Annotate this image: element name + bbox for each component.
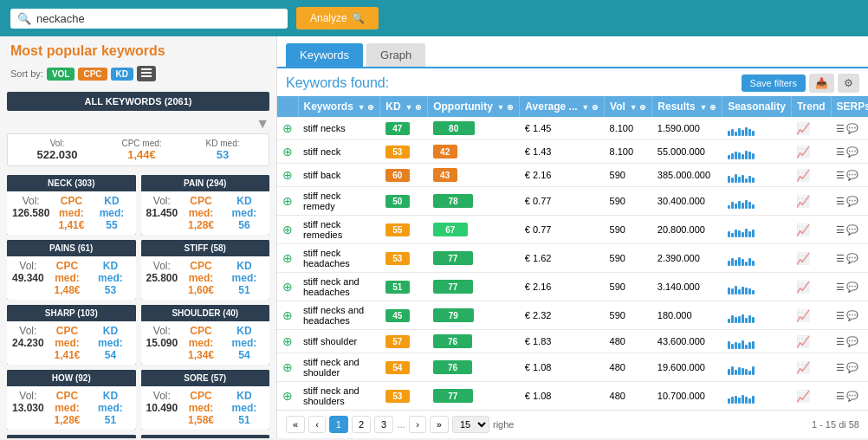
sort-label: Sort by: [10,68,43,79]
col-kd[interactable]: KD ▼ ⊕ [380,96,428,117]
add-keyword-button[interactable]: ⊕ [282,389,293,403]
col-results[interactable]: Results ▼ ⊕ [652,96,722,117]
serp-chart-icon[interactable]: 💬 [846,281,858,293]
col-average[interactable]: Average ... ▼ ⊕ [520,96,605,117]
serp-chart-icon[interactable]: 💬 [846,146,858,158]
all-keywords-bar[interactable]: ALL KEYWORDS (2061) [7,92,269,111]
add-keyword-button[interactable]: ⊕ [282,251,293,265]
add-cell[interactable]: ⊕ [277,301,298,330]
trend-cell[interactable]: 📈 [791,187,831,216]
save-filters-button[interactable]: Save filters [742,74,806,92]
category-box[interactable]: SHOULDER (40) Vol:15.090 CPC med:1,34€ K… [141,305,270,365]
trend-cell[interactable]: 📈 [791,301,831,330]
col-opportunity[interactable]: Opportunity ▼ ⊕ [428,96,520,117]
serp-list-icon[interactable]: ☰ [836,336,845,347]
trend-cell[interactable]: 📈 [791,382,831,411]
serp-list-icon[interactable]: ☰ [836,123,845,134]
serp-list-icon[interactable]: ☰ [836,170,845,181]
add-cell[interactable]: ⊕ [277,330,298,353]
serp-list-icon[interactable]: ☰ [836,253,845,264]
category-box[interactable]: PAIN (294) Vol:81.450 CPC med:1,28€ KD m… [141,175,270,235]
search-input[interactable] [36,12,281,25]
tab-keywords[interactable]: Keywords [286,43,363,67]
serp-list-icon[interactable]: ☰ [836,196,845,207]
add-cell[interactable]: ⊕ [277,187,298,216]
add-cell[interactable]: ⊕ [277,216,298,244]
vol-cell: 590 [605,216,652,244]
page-3-button[interactable]: 3 [374,416,393,433]
serp-chart-icon[interactable]: 💬 [846,391,858,402]
trend-cell[interactable]: 📈 [791,117,831,140]
serp-chart-icon[interactable]: 💬 [846,362,858,373]
serp-list-icon[interactable]: ☰ [836,310,845,321]
serp-chart-icon[interactable]: 💬 [846,336,858,347]
category-box[interactable]: TORTICOLLIS (4) Vol:8.760 CPC med:0,55€ … [141,435,270,438]
serp-chart-icon[interactable]: 💬 [846,310,858,321]
add-cell[interactable]: ⊕ [277,382,298,411]
sort-vol-button[interactable]: VOL [47,68,75,81]
add-keyword-button[interactable]: ⊕ [282,168,293,182]
first-page-button[interactable]: « [286,416,305,433]
add-cell[interactable]: ⊕ [277,273,298,301]
trend-cell[interactable]: 📈 [791,244,831,273]
next-page-button[interactable]: › [409,416,426,433]
add-keyword-button[interactable]: ⊕ [282,308,293,322]
vol-cell: 480 [605,382,652,411]
last-page-button[interactable]: » [430,416,449,433]
per-page-select[interactable]: 15 25 50 [452,416,489,433]
serp-list-icon[interactable]: ☰ [836,146,845,158]
keywords-found-title: Keywords found: [286,75,389,91]
serp-list-icon[interactable]: ☰ [836,281,845,293]
category-box[interactable]: SORE (57) Vol:10.490 CPC med:1,58€ KD me… [141,370,270,430]
serp-list-icon[interactable]: ☰ [836,391,845,402]
serp-chart-icon[interactable]: 💬 [846,170,858,181]
category-box[interactable]: STIFF (58) Vol:25.800 CPC med:1,60€ KD m… [141,240,270,300]
category-box[interactable]: HOW (92) Vol:13.030 CPC med:1,28€ KD med… [7,370,136,430]
list-view-button[interactable] [137,66,156,81]
col-seasonality[interactable]: Seasonality [722,96,792,117]
add-keyword-button[interactable]: ⊕ [282,334,293,348]
add-cell[interactable]: ⊕ [277,244,298,273]
add-keyword-button[interactable]: ⊕ [282,280,293,294]
category-box[interactable]: SHARP (103) Vol:24.230 CPC med:1,41€ KD … [7,305,136,365]
add-cell[interactable]: ⊕ [277,164,298,187]
settings-icon-button[interactable]: ⚙ [838,74,859,93]
trend-cell[interactable]: 📈 [791,330,831,353]
add-keyword-button[interactable]: ⊕ [282,360,293,374]
col-trend[interactable]: Trend [791,96,831,117]
trend-cell[interactable]: 📈 [791,216,831,244]
page-2-button[interactable]: 2 [352,416,371,433]
category-box[interactable]: NECK (303) Vol:126.580 CPC med:1,41€ KD … [7,175,136,235]
export-icon-button[interactable]: 📥 [809,74,834,93]
sort-kd-button[interactable]: KD [111,68,133,81]
trend-cell[interactable]: 📈 [791,353,831,382]
serp-list-icon[interactable]: ☰ [836,362,845,373]
average-cell: € 2.16 [520,164,605,187]
serp-list-icon[interactable]: ☰ [836,224,845,236]
analyze-button[interactable]: Analyze 🔍 [296,7,379,29]
add-cell[interactable]: ⊕ [277,117,298,140]
add-cell[interactable]: ⊕ [277,140,298,164]
add-keyword-button[interactable]: ⊕ [282,194,293,208]
add-keyword-button[interactable]: ⊕ [282,121,293,135]
add-keyword-button[interactable]: ⊕ [282,145,293,159]
trend-cell[interactable]: 📈 [791,164,831,187]
trend-cell[interactable]: 📈 [791,140,831,164]
seasonality-cell [722,273,792,301]
serp-chart-icon[interactable]: 💬 [846,123,858,134]
serp-chart-icon[interactable]: 💬 [846,196,858,207]
tab-graph[interactable]: Graph [366,43,425,67]
col-serps[interactable]: SERPs [831,96,868,117]
serp-chart-icon[interactable]: 💬 [846,253,858,264]
add-keyword-button[interactable]: ⊕ [282,223,293,236]
page-1-button[interactable]: 1 [329,416,348,433]
category-box[interactable]: SHOOTING (37) Vol:8.800 CPC med:2,04€ KD… [7,435,136,438]
prev-page-button[interactable]: ‹ [308,416,326,433]
col-keywords[interactable]: Keywords ▼ ⊕ [298,96,380,117]
col-vol[interactable]: Vol ▼ ⊕ [605,96,652,117]
sort-cpc-button[interactable]: CPC [78,68,107,81]
serp-chart-icon[interactable]: 💬 [846,224,858,236]
trend-cell[interactable]: 📈 [791,273,831,301]
add-cell[interactable]: ⊕ [277,353,298,382]
category-box[interactable]: PAINS (61) Vol:49.340 CPC med:1,48€ KD m… [7,240,136,300]
